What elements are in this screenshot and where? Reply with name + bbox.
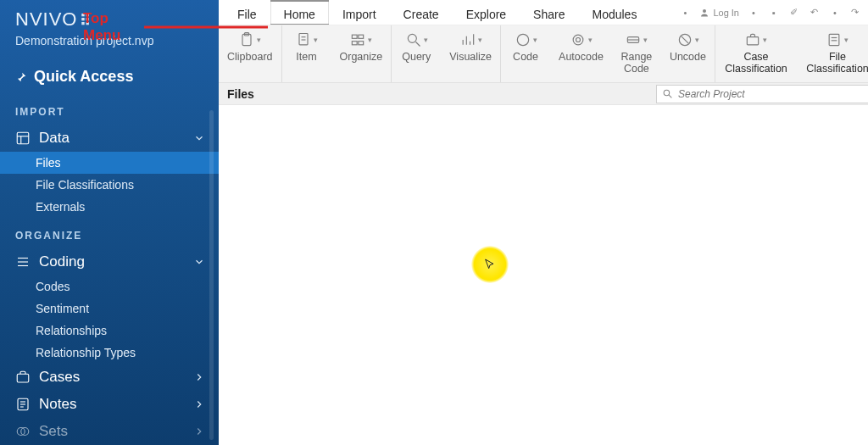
chevron-right-icon bbox=[193, 371, 205, 383]
nav-group-sets-label: Sets bbox=[39, 423, 68, 440]
svg-rect-39 bbox=[830, 34, 840, 45]
nav-group-data-label: Data bbox=[39, 130, 70, 147]
svg-point-43 bbox=[664, 90, 670, 96]
ribbon-rangecode[interactable]: ▾Range Code bbox=[612, 25, 661, 82]
ribbon-label: Case Classification bbox=[725, 51, 787, 75]
ribbon-label: Autocode bbox=[559, 51, 604, 63]
dot-icon[interactable]: • bbox=[679, 8, 691, 18]
svg-line-44 bbox=[669, 95, 671, 97]
query-icon bbox=[405, 31, 422, 48]
quick-access[interactable]: Quick Access bbox=[0, 63, 219, 94]
tool-icon-2[interactable]: ✐ bbox=[788, 7, 800, 18]
sidebar-scrollbar[interactable] bbox=[209, 110, 214, 440]
nav-group-cases-label: Cases bbox=[39, 369, 80, 386]
svg-rect-23 bbox=[353, 42, 358, 45]
sets-icon bbox=[15, 424, 31, 439]
search-input[interactable] bbox=[678, 86, 868, 103]
ribbon-label: Range Code bbox=[620, 51, 652, 75]
svg-line-37 bbox=[682, 36, 688, 43]
ribbon-code[interactable]: ▾Code bbox=[501, 25, 550, 82]
tab-explore[interactable]: Explore bbox=[453, 0, 520, 25]
ribbon-uncode[interactable]: ▾Uncode bbox=[661, 25, 715, 82]
menu-right-tools: • Log In • ▪ ✐ ↶ • ↷ • ? ▭ bbox=[679, 0, 868, 25]
svg-point-32 bbox=[573, 35, 583, 45]
nav-group-cases[interactable]: Cases bbox=[0, 364, 219, 391]
tool-icon-3[interactable]: • bbox=[829, 8, 841, 18]
sidebar-item-codes[interactable]: Codes bbox=[0, 275, 219, 298]
svg-point-31 bbox=[517, 34, 528, 45]
sidebar-item-file-classifications[interactable]: File Classifications bbox=[0, 174, 219, 196]
nav-group-notes-label: Notes bbox=[39, 396, 76, 413]
ribbon-organize[interactable]: ▾Organize bbox=[331, 25, 392, 82]
svg-line-26 bbox=[415, 42, 420, 47]
ribbon-autocode[interactable]: ▾Autocode bbox=[550, 25, 612, 82]
caseclass-icon bbox=[744, 31, 761, 48]
search-project[interactable] bbox=[656, 85, 868, 103]
tab-import[interactable]: Import bbox=[329, 0, 390, 25]
ribbon-label: Query bbox=[402, 51, 431, 63]
project-name: Demonstration project.nvp bbox=[0, 34, 219, 63]
nav-group-sets[interactable]: Sets bbox=[0, 418, 219, 445]
svg-point-33 bbox=[576, 38, 580, 42]
sidebar-item-sentiment[interactable]: Sentiment bbox=[0, 298, 219, 320]
tab-share[interactable]: Share bbox=[520, 0, 578, 25]
svg-rect-8 bbox=[17, 374, 29, 382]
coding-icon bbox=[15, 254, 31, 270]
visualize-icon bbox=[459, 31, 476, 48]
ribbon-clipboard[interactable]: ▾Clipboard bbox=[219, 25, 282, 82]
brand-dots-icon: ⠿ bbox=[77, 12, 89, 29]
undo-icon[interactable]: ↶ bbox=[809, 7, 821, 18]
ribbon-label: File Classification bbox=[806, 51, 868, 75]
nav-group-data[interactable]: Data bbox=[0, 125, 219, 152]
nav-group-coding[interactable]: Coding bbox=[0, 248, 219, 275]
chevron-down-icon bbox=[193, 132, 205, 144]
ribbon-query[interactable]: ▾Query bbox=[392, 25, 441, 82]
svg-rect-24 bbox=[359, 42, 364, 45]
item-icon bbox=[295, 31, 312, 48]
login-button[interactable]: Log In bbox=[699, 8, 739, 18]
chevron-right-icon bbox=[193, 426, 205, 437]
tab-home[interactable]: Home bbox=[270, 0, 329, 25]
svg-rect-2 bbox=[17, 132, 29, 144]
tool-icon-1[interactable]: • bbox=[748, 8, 760, 18]
tab-modules[interactable]: Modules bbox=[578, 0, 650, 25]
cursor-highlight bbox=[471, 246, 509, 283]
nav-group-notes[interactable]: Notes bbox=[0, 391, 219, 418]
content-canvas bbox=[219, 105, 868, 445]
autocode-icon bbox=[570, 31, 587, 48]
search-icon bbox=[662, 88, 673, 99]
tab-create[interactable]: Create bbox=[390, 0, 453, 25]
save-icon[interactable]: ▪ bbox=[768, 8, 780, 18]
redo-icon[interactable]: ↷ bbox=[849, 7, 861, 18]
ribbon-caseclass[interactable]: ▾Case Classification bbox=[715, 25, 797, 82]
clipboard-icon bbox=[238, 31, 255, 48]
ribbon-item[interactable]: ▾Item bbox=[282, 25, 331, 82]
ribbon-label: Visualize bbox=[449, 51, 492, 63]
ribbon-label: Clipboard bbox=[227, 51, 273, 63]
svg-rect-21 bbox=[353, 35, 358, 38]
sidebar-item-relationships[interactable]: Relationships bbox=[0, 320, 219, 342]
svg-point-15 bbox=[703, 9, 706, 13]
sidebar-item-files[interactable]: Files bbox=[0, 152, 219, 174]
ribbon-label: Item bbox=[296, 51, 316, 63]
svg-point-25 bbox=[408, 34, 416, 42]
ribbon-fileclass[interactable]: ▾File Classification bbox=[797, 25, 868, 82]
data-icon bbox=[15, 131, 31, 146]
ribbon-label: Code bbox=[513, 51, 538, 63]
content-title: Files bbox=[227, 87, 254, 101]
ribbon-visualize[interactable]: ▾Visualize bbox=[441, 25, 501, 82]
cases-icon bbox=[15, 370, 31, 385]
sidebar-item-externals[interactable]: Externals bbox=[0, 196, 219, 218]
sidebar-item-relationship-types[interactable]: Relationship Types bbox=[0, 342, 219, 364]
pin-icon bbox=[15, 71, 27, 83]
quick-access-label: Quick Access bbox=[34, 68, 133, 86]
code-icon bbox=[515, 31, 531, 48]
svg-rect-22 bbox=[359, 35, 364, 38]
login-label: Log In bbox=[713, 8, 739, 18]
svg-rect-38 bbox=[748, 37, 759, 45]
fileclass-icon bbox=[826, 31, 843, 48]
top-menu: File Home Import Create Explore Share Mo… bbox=[219, 0, 868, 25]
tab-file[interactable]: File bbox=[219, 0, 270, 25]
chevron-down-icon bbox=[193, 256, 205, 268]
ribbon: ▾Clipboard▾Item▾Organize▾Query▾Visualize… bbox=[219, 25, 868, 83]
